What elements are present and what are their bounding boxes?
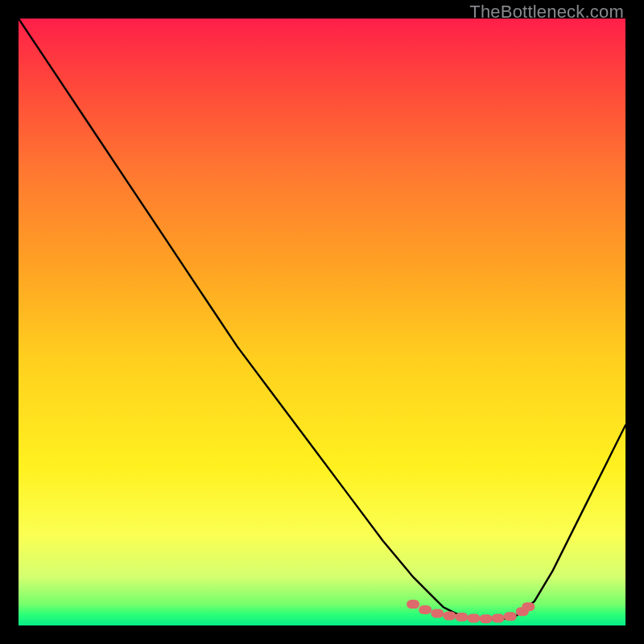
chart-svg bbox=[19, 19, 625, 625]
bottleneck-curve bbox=[19, 19, 625, 619]
optimal-marker bbox=[407, 600, 419, 609]
optimal-marker bbox=[504, 612, 517, 621]
optimal-marker bbox=[443, 611, 456, 620]
optimal-marker bbox=[419, 605, 431, 614]
watermark-text: TheBottleneck.com bbox=[469, 2, 624, 23]
plot-area bbox=[19, 19, 625, 625]
optimal-markers bbox=[407, 600, 535, 623]
optimal-marker bbox=[522, 602, 535, 611]
curve-layer bbox=[19, 19, 625, 619]
optimal-marker bbox=[431, 609, 444, 617]
optimal-marker bbox=[468, 613, 481, 622]
optimal-marker bbox=[455, 613, 468, 621]
chart-frame: TheBottleneck.com bbox=[0, 0, 644, 644]
optimal-marker bbox=[480, 614, 493, 623]
optimal-marker bbox=[492, 613, 505, 622]
